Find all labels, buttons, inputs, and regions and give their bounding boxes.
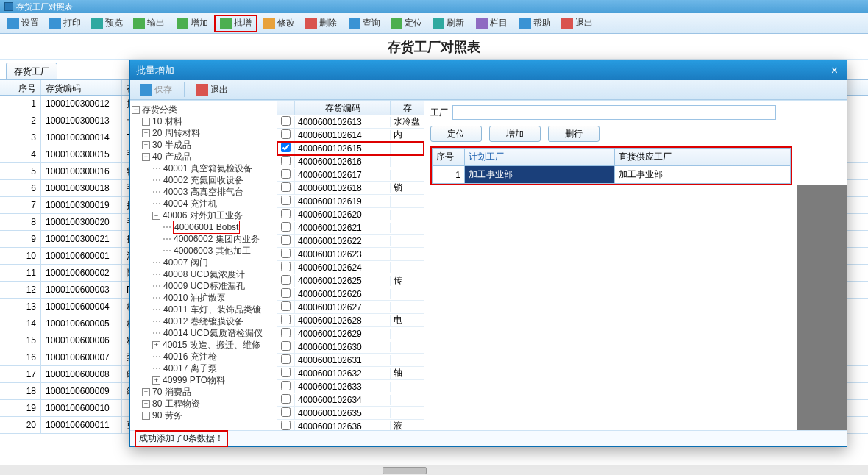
expand-icon[interactable]: + <box>142 129 150 138</box>
cell-supply-factory[interactable]: 加工事业部 <box>615 166 791 184</box>
expand-icon[interactable]: + <box>142 141 150 149</box>
settings-button[interactable]: 设置 <box>3 15 43 32</box>
add-row-button[interactable]: 增加 <box>489 126 541 142</box>
tree-node-40[interactable]: 40 产成品 <box>152 151 191 162</box>
row-checkbox[interactable] <box>281 129 291 139</box>
row-checkbox[interactable] <box>281 315 291 324</box>
row-checkbox[interactable] <box>281 116 291 126</box>
list-item[interactable]: 4000600102618锁 <box>277 182 424 195</box>
main-horizontal-scrollbar[interactable] <box>0 465 868 475</box>
list-item[interactable]: 4000600102617 <box>277 168 424 182</box>
tree-node-30[interactable]: 30 半成品 <box>152 139 191 151</box>
list-item[interactable]: 4000600102614内 <box>277 129 424 142</box>
expand-icon[interactable]: + <box>152 376 160 385</box>
category-tree[interactable]: −存货分类 +10 材料 +20 周转材料 +30 半成品 −40 产成品 ⋯4… <box>132 104 275 421</box>
tree-node-40001[interactable]: 40001 真空箱氦检设备 <box>163 162 252 174</box>
refresh-button[interactable]: 刷新 <box>428 15 469 32</box>
tree-node-40014[interactable]: 40014 UCD氦质谱检漏仪 <box>163 327 263 339</box>
locate-button[interactable]: 定位 <box>386 15 427 32</box>
add-button[interactable]: 增加 <box>172 15 213 32</box>
list-item[interactable]: 4000600102634 <box>277 393 424 407</box>
tree-node-20[interactable]: 20 周转材料 <box>152 127 200 139</box>
preview-button[interactable]: 预览 <box>87 15 127 32</box>
tree-node-40007[interactable]: 40007 阀门 <box>163 257 208 268</box>
tree-node-40017[interactable]: 40017 离子泵 <box>163 362 217 374</box>
row-checkbox[interactable] <box>281 368 291 377</box>
batch-add-button[interactable]: 批增 <box>214 15 257 32</box>
name-column-header[interactable]: 存 <box>391 101 424 115</box>
tree-node-40011[interactable]: 40011 车灯、装饰品类镀 <box>163 304 261 315</box>
scrollbar-thumb[interactable] <box>383 467 427 474</box>
row-checkbox[interactable] <box>281 196 291 205</box>
list-item[interactable]: 4000600102632轴 <box>277 367 424 380</box>
dialog-exit-button[interactable]: 退出 <box>191 82 234 98</box>
col-seq-header[interactable]: 序号 <box>0 80 41 95</box>
expand-icon[interactable]: + <box>142 388 150 396</box>
row-checkbox[interactable] <box>281 341 291 351</box>
col-plan-factory-header[interactable]: 计划工厂 <box>465 149 615 166</box>
item-list-body[interactable]: 4000600102613水冷盘4000600102614内4000600102… <box>277 115 424 430</box>
row-checkbox[interactable] <box>281 222 291 232</box>
factory-input[interactable] <box>452 105 776 120</box>
expand-icon[interactable]: + <box>142 400 150 408</box>
save-button[interactable]: 保存 <box>135 82 178 98</box>
row-checkbox[interactable] <box>281 262 291 271</box>
factory-table[interactable]: 序号 计划工厂 直接供应工厂 1加工事业部加工事业部 <box>432 148 791 184</box>
tree-node-40008[interactable]: 40008 UCD氦浓度计 <box>163 268 245 280</box>
list-item[interactable]: 4000600102625传 <box>277 274 424 288</box>
row-checkbox[interactable] <box>281 394 291 404</box>
list-item[interactable]: 4000600102627 <box>277 301 424 314</box>
expand-icon[interactable]: + <box>142 118 150 126</box>
delete-row-button[interactable]: 删行 <box>548 126 600 142</box>
list-item[interactable]: 4000600102615 <box>277 142 424 155</box>
row-checkbox[interactable] <box>281 156 291 165</box>
check-all-header[interactable] <box>277 101 295 115</box>
help-button[interactable]: 帮助 <box>515 15 555 32</box>
modify-button[interactable]: 修改 <box>259 15 299 32</box>
close-icon[interactable]: × <box>828 64 841 77</box>
tree-node-40006001[interactable]: 40006001 Bobst <box>173 221 240 234</box>
tree-node-40009[interactable]: 40009 UCD标准漏孔 <box>163 280 245 292</box>
list-item[interactable]: 4000600102620 <box>277 208 424 221</box>
tree-node-40010[interactable]: 40010 油扩散泵 <box>163 292 226 304</box>
list-item[interactable]: 4000600102622 <box>277 235 424 248</box>
cell-plan-factory[interactable]: 加工事业部 <box>465 166 615 184</box>
row-checkbox[interactable] <box>281 169 291 179</box>
print-button[interactable]: 打印 <box>45 15 85 32</box>
tree-node-40015[interactable]: 40015 改造、搬迁、维修 <box>162 339 260 351</box>
list-item[interactable]: 4000600102635 <box>277 407 424 420</box>
row-checkbox[interactable] <box>281 182 291 192</box>
tree-node-40016[interactable]: 40016 充注枪 <box>163 351 217 362</box>
collapse-icon[interactable]: − <box>142 153 150 161</box>
delete-button[interactable]: 删除 <box>301 15 341 32</box>
list-item[interactable]: 4000600102613水冷盘 <box>277 115 424 129</box>
list-item[interactable]: 4000600102636液 <box>277 420 424 430</box>
query-button[interactable]: 查询 <box>344 15 385 32</box>
collapse-icon[interactable]: − <box>152 212 160 220</box>
row-checkbox[interactable] <box>281 328 291 338</box>
tree-node-40012[interactable]: 40012 卷绕镀膜设备 <box>163 315 243 327</box>
list-item[interactable]: 4000600102624 <box>277 261 424 274</box>
tree-node-40006003[interactable]: 40006003 其他加工 <box>173 245 251 257</box>
list-item[interactable]: 4000600102626 <box>277 288 424 301</box>
expand-icon[interactable]: + <box>152 341 160 349</box>
exit-button[interactable]: 退出 <box>557 15 597 32</box>
tree-node-40999[interactable]: 40999 PTO物料 <box>162 374 225 386</box>
row-checkbox[interactable] <box>281 275 291 285</box>
dialog-titlebar[interactable]: 批量增加 × <box>130 60 847 80</box>
tree-node-80[interactable]: 80 工程物资 <box>152 398 200 410</box>
list-item[interactable]: 4000600102628电 <box>277 314 424 327</box>
columns-button[interactable]: 栏目 <box>472 15 512 32</box>
col-supply-factory-header[interactable]: 直接供应工厂 <box>615 149 791 166</box>
tree-node-40004[interactable]: 40004 充注机 <box>163 198 217 210</box>
tab-inventory-factory[interactable]: 存货工厂 <box>6 63 57 80</box>
row-checkbox[interactable] <box>281 235 291 245</box>
row-checkbox[interactable] <box>281 407 291 417</box>
list-item[interactable]: 4000600102633 <box>277 380 424 393</box>
row-checkbox[interactable] <box>281 143 291 152</box>
row-checkbox[interactable] <box>281 249 291 258</box>
list-item[interactable]: 4000600102629 <box>277 327 424 340</box>
col-seq-header[interactable]: 序号 <box>433 149 465 166</box>
row-checkbox[interactable] <box>281 288 291 298</box>
tree-node-40006[interactable]: 40006 对外加工业务 <box>162 210 243 221</box>
